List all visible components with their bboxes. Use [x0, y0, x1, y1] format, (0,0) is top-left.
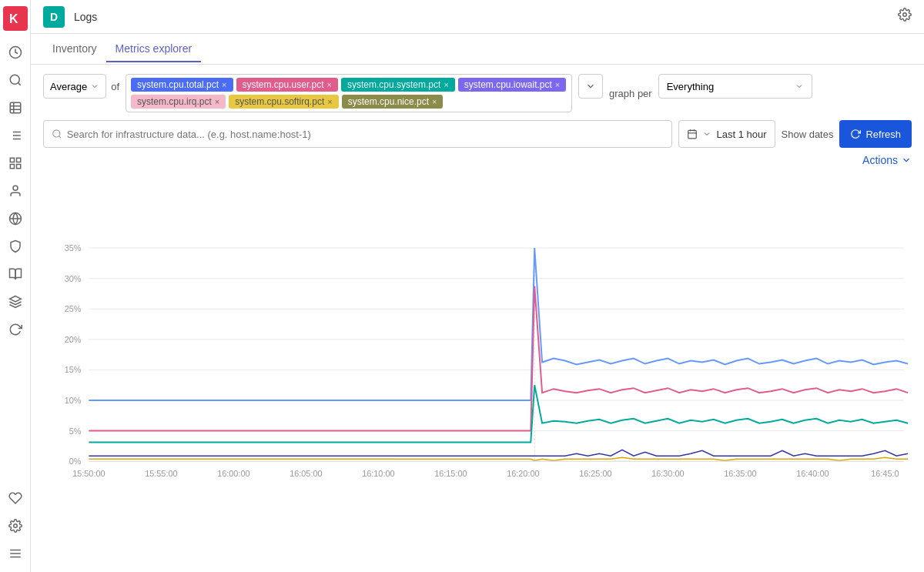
sidebar-icon-clock[interactable] [3, 40, 28, 65]
app-logo[interactable]: K [3, 6, 28, 31]
sidebar-icon-grid[interactable] [3, 151, 28, 176]
graph-per-chevron-icon [795, 82, 804, 91]
svg-rect-15 [10, 158, 14, 162]
tag-cpu-nice[interactable]: system.cpu.nice.pct × [342, 95, 444, 109]
x-label-12: 16:45:0 [871, 469, 899, 478]
x-label-5: 16:10:00 [362, 469, 394, 478]
svg-rect-17 [10, 165, 14, 169]
sidebar: K [0, 0, 31, 572]
y-label-25: 25% [65, 304, 82, 313]
aggregate-chevron-icon [90, 82, 99, 91]
line-cpu-user [89, 286, 908, 431]
sidebar-icon-user[interactable] [3, 179, 28, 203]
y-label-0: 0% [69, 457, 82, 466]
sidebar-icon-globe[interactable] [3, 206, 28, 231]
svg-point-23 [13, 524, 17, 528]
svg-line-29 [59, 136, 60, 138]
tag-label: system.cpu.irq.pct [137, 96, 212, 107]
tag-close-icon[interactable]: × [327, 80, 332, 89]
svg-marker-22 [9, 296, 21, 303]
metrics-filter-row: Average of system.cpu.total.pct × system… [43, 74, 912, 112]
sidebar-icon-heart[interactable] [3, 486, 28, 510]
actions-row: Actions [43, 154, 912, 166]
tags-dropdown-button[interactable] [578, 74, 603, 99]
tag-close-icon[interactable]: × [444, 80, 448, 89]
svg-rect-30 [688, 130, 697, 139]
aggregate-select[interactable]: Average [43, 74, 106, 99]
tag-close-icon[interactable]: × [432, 97, 437, 106]
topbar-right [898, 8, 912, 25]
aggregate-value: Average [50, 81, 87, 92]
tag-cpu-total[interactable]: system.cpu.total.pct × [131, 78, 233, 92]
sidebar-icon-shield[interactable] [3, 234, 28, 259]
tag-label: system.cpu.total.pct [137, 79, 219, 90]
sidebar-icon-refresh[interactable] [3, 317, 28, 342]
line-cpu-iowait [89, 450, 908, 456]
y-label-35: 35% [65, 243, 82, 253]
x-label-1: 15:50:00 [72, 469, 105, 478]
tag-cpu-system[interactable]: system.cpu.system.pct × [341, 78, 455, 92]
y-label-20: 20% [65, 335, 82, 344]
tabs-bar: Inventory Metrics explorer [31, 34, 924, 65]
x-label-9: 16:30:00 [651, 469, 684, 478]
graph-per-label: graph per [609, 88, 652, 99]
tag-label: system.cpu.system.pct [347, 79, 440, 90]
tag-cpu-softirq[interactable]: system.cpu.softirq.pct × [229, 95, 338, 109]
calendar-chevron-icon [702, 129, 711, 139]
tag-close-icon[interactable]: × [215, 97, 219, 106]
sidebar-icon-search[interactable] [3, 68, 28, 92]
y-label-5: 5% [69, 426, 82, 436]
tag-close-icon[interactable]: × [222, 80, 226, 89]
content-area: Average of system.cpu.total.pct × system… [31, 65, 924, 572]
sidebar-icon-book[interactable] [3, 262, 28, 286]
topbar-settings-icon[interactable] [898, 8, 912, 25]
svg-rect-5 [10, 102, 21, 113]
x-label-4: 16:05:00 [290, 469, 322, 478]
search-box[interactable] [43, 120, 672, 148]
graph-per-select[interactable]: Everything [658, 74, 812, 99]
time-range-selector[interactable]: Last 1 hour [678, 120, 775, 148]
tag-close-icon[interactable]: × [327, 97, 332, 106]
filter-left: Average of [43, 74, 119, 99]
tab-metrics-explorer[interactable]: Metrics explorer [106, 36, 202, 62]
tab-inventory[interactable]: Inventory [43, 36, 106, 62]
sidebar-icon-list[interactable] [3, 123, 28, 148]
svg-rect-18 [16, 165, 20, 169]
actions-button[interactable]: Actions [862, 154, 912, 166]
tag-cpu-irq[interactable]: system.cpu.irq.pct × [131, 95, 226, 109]
graph-per-value: Everything [667, 81, 714, 92]
line-cpu-softirq [89, 457, 908, 460]
time-range-label: Last 1 hour [716, 129, 766, 140]
search-input[interactable] [67, 129, 665, 140]
x-label-10: 16:35:00 [724, 469, 756, 478]
tag-cpu-user[interactable]: system.cpu.user.pct × [236, 78, 338, 92]
sidebar-icon-settings[interactable] [3, 513, 28, 538]
of-label: of [111, 81, 119, 92]
line-cpu-total [89, 248, 908, 400]
topbar-logo: D [43, 6, 65, 28]
sidebar-icon-layers[interactable] [3, 289, 28, 314]
tag-close-icon[interactable]: × [555, 80, 560, 89]
sidebar-icon-chart[interactable] [3, 95, 28, 120]
show-dates-button[interactable]: Show dates [782, 129, 834, 140]
main-content: D Logs Inventory Metrics explorer Averag… [31, 0, 924, 572]
chart-area: 35% 30% 25% 20% 15% 10% 5% 0% [43, 169, 912, 563]
tag-label: system.cpu.nice.pct [348, 96, 429, 107]
line-cpu-system [89, 385, 908, 442]
x-label-7: 16:20:00 [507, 469, 539, 478]
tag-label: system.cpu.user.pct [243, 79, 324, 90]
actions-label: Actions [862, 154, 898, 166]
y-label-30: 30% [65, 274, 82, 283]
tag-cpu-iowait[interactable]: system.cpu.iowait.pct × [458, 78, 566, 92]
y-label-15: 15% [65, 365, 82, 374]
svg-point-28 [53, 130, 60, 137]
svg-rect-16 [16, 158, 20, 162]
refresh-button[interactable]: Refresh [839, 120, 912, 148]
svg-text:K: K [9, 12, 18, 25]
sidebar-icon-menu[interactable] [3, 541, 28, 566]
x-label-8: 16:25:00 [579, 469, 611, 478]
x-label-2: 15:55:00 [145, 469, 177, 478]
x-label-11: 16:40:00 [796, 469, 829, 478]
search-time-row: Last 1 hour Show dates Refresh [43, 120, 912, 148]
metrics-tags: system.cpu.total.pct × system.cpu.user.p… [126, 74, 572, 112]
